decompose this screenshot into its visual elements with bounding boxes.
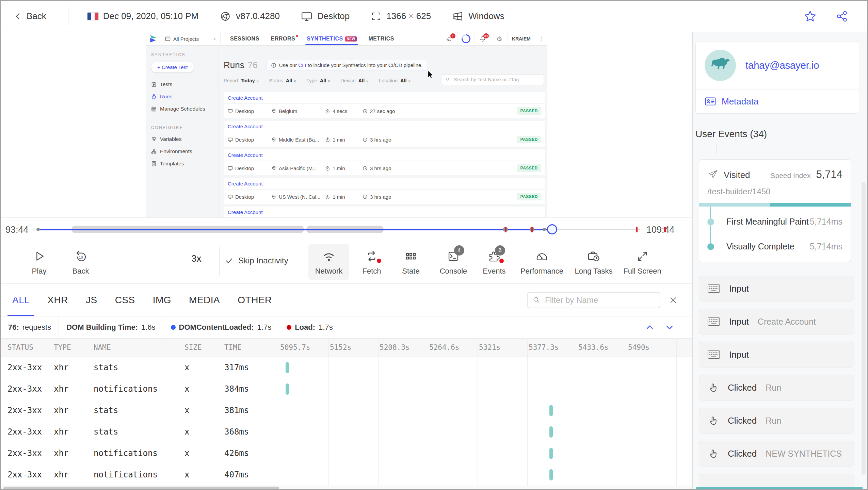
- scrollbar-thumb[interactable]: [3, 487, 279, 490]
- pin-icon: [271, 109, 276, 114]
- replayed-sidebar-item[interactable]: Tests: [151, 81, 219, 87]
- column-header[interactable]: STATUS: [7, 343, 33, 352]
- back-label: Back: [27, 11, 46, 21]
- network-tab[interactable]: ALL: [12, 284, 30, 316]
- network-request-row[interactable]: 2xx-3xxxhrstatsx381ms: [1, 400, 692, 421]
- visited-event-card[interactable]: Visited Speed Index 5,714 /test-builder/…: [699, 159, 851, 262]
- console-panel-button[interactable]: 4Console: [433, 244, 474, 280]
- network-filter-input[interactable]: [544, 295, 655, 305]
- state-panel-button[interactable]: State: [390, 244, 431, 280]
- performance-panel-button[interactable]: Performance: [521, 244, 562, 280]
- replayed-tab[interactable]: SYNTHETICSNEW: [307, 32, 357, 45]
- browser-version: v87.0.4280: [236, 11, 280, 21]
- network-tab[interactable]: CSS: [115, 284, 135, 316]
- kebab-menu-icon[interactable]: ⋮: [535, 32, 547, 45]
- replayed-sidebar-item[interactable]: Environments: [151, 148, 219, 154]
- run-card[interactable]: Create Account Desktop Canada (Centra...…: [224, 207, 545, 217]
- run-name-link[interactable]: Create Account: [224, 121, 545, 132]
- network-tab[interactable]: JS: [86, 284, 97, 316]
- notifications-button[interactable]: 33: [474, 32, 491, 45]
- network-tab[interactable]: MEDIA: [189, 284, 220, 316]
- announcements-button[interactable]: 1: [441, 32, 457, 45]
- column-header[interactable]: TYPE: [54, 343, 71, 352]
- run-name-link[interactable]: Create Account: [224, 178, 545, 190]
- full-screen-panel-button[interactable]: Full Screen: [622, 244, 663, 280]
- run-name-link[interactable]: Create Account: [224, 149, 545, 161]
- replayed-sidebar-item[interactable]: Manage Schedules: [151, 106, 219, 112]
- network-tab[interactable]: IMG: [153, 284, 171, 316]
- column-header[interactable]: NAME: [94, 343, 111, 352]
- runs-filter[interactable]: PeriodToday∨: [224, 78, 259, 83]
- event-marker[interactable]: [36, 228, 40, 231]
- network-request-row[interactable]: 2xx-3xxxhrnotificationsx426ms: [1, 443, 692, 464]
- user-event-card[interactable]: Input: [699, 276, 854, 301]
- network-request-row[interactable]: 2xx-3xxxhrstatsx317ms: [1, 357, 692, 378]
- user-event-card[interactable]: ClickedRun: [699, 408, 854, 434]
- share-icon[interactable]: [836, 10, 848, 22]
- issue-marker[interactable]: [531, 227, 533, 232]
- runs-filter[interactable]: DeviceAll∨: [340, 78, 369, 83]
- user-event-card[interactable]: ClickedNEW SYNTHETICS: [699, 441, 854, 467]
- close-panel-icon[interactable]: [669, 295, 678, 305]
- fetch-panel-button[interactable]: Fetch: [351, 244, 392, 280]
- run-card[interactable]: Create Account Desktop Belgium 4 secs 27…: [224, 92, 545, 118]
- replayed-sidebar-item[interactable]: Variables: [151, 136, 219, 142]
- replayed-tab[interactable]: METRICS: [368, 32, 394, 45]
- user-menu[interactable]: KRAIEM: [508, 32, 535, 45]
- back-button[interactable]: Back: [13, 11, 46, 21]
- run-name-link[interactable]: Create Account: [224, 92, 545, 104]
- project-selector[interactable]: All Projects ∨: [161, 32, 221, 45]
- column-header[interactable]: TIME: [224, 343, 242, 352]
- run-card[interactable]: Create Account Desktop Asia Pacific (M..…: [224, 149, 545, 175]
- issue-marker[interactable]: [664, 227, 666, 232]
- run-name-link[interactable]: Create Account: [224, 207, 545, 217]
- runs-filter[interactable]: StatusAll∨: [269, 78, 296, 83]
- user-event-card[interactable]: ClickedRun: [699, 375, 854, 401]
- runs-search-input[interactable]: [453, 77, 540, 83]
- network-tab[interactable]: XHR: [47, 284, 68, 316]
- monitor-small-icon: [228, 194, 233, 199]
- back-10s-button[interactable]: 10 Back: [60, 244, 101, 280]
- favorite-star-icon[interactable]: [804, 10, 816, 22]
- runs-filter[interactable]: LocationAll∨: [379, 78, 411, 83]
- user-event-card[interactable]: InputCreate Account: [699, 309, 854, 334]
- network-request-row[interactable]: 2xx-3xxxhrstatsx368ms: [1, 421, 692, 443]
- chevron-down-icon[interactable]: [664, 322, 675, 332]
- run-card[interactable]: Create Account Desktop Middle East (Ba..…: [224, 121, 545, 147]
- replayed-sidebar-item[interactable]: Runs: [151, 94, 219, 100]
- column-header[interactable]: SIZE: [184, 343, 202, 352]
- playback-timeline[interactable]: 93:44 109:44: [1, 217, 692, 241]
- user-event-card[interactable]: Input: [699, 342, 854, 368]
- replayed-sidebar-item[interactable]: Templates: [151, 161, 219, 167]
- run-card[interactable]: Create Account Desktop US West (N. Cal..…: [224, 178, 545, 204]
- cli-link[interactable]: CLI: [298, 62, 306, 68]
- create-test-button[interactable]: + Create Test: [151, 62, 194, 72]
- long-tasks-panel-button[interactable]: Long Tasks: [573, 244, 614, 280]
- skip-inactivity-toggle[interactable]: Skip Inactivity: [225, 256, 288, 265]
- replayed-tab[interactable]: ERRORS: [271, 32, 295, 45]
- network-request-row[interactable]: 2xx-3xxxhrnotificationsx407ms: [1, 464, 692, 486]
- cell-type: xhr: [54, 427, 68, 437]
- events-panel-button[interactable]: 6Events: [474, 244, 515, 280]
- network-panel-button[interactable]: Network: [308, 244, 349, 280]
- player-main: All Projects ∨ SESSIONSERRORSSYNTHETICSN…: [1, 32, 693, 489]
- settings-gear-icon[interactable]: ⚙: [491, 32, 508, 45]
- top-bar: Back Dec 09, 2020, 05:10 PM v87.0.4280 D…: [1, 1, 867, 32]
- user-email[interactable]: tahay@asayer.io: [745, 60, 819, 71]
- issue-marker[interactable]: [636, 227, 638, 232]
- event-marker[interactable]: [543, 228, 546, 231]
- events-icon: 6: [487, 249, 502, 264]
- metadata-button[interactable]: Metadata: [696, 89, 859, 113]
- network-request-row[interactable]: 2xx-3xxxhrnotificationsx384ms: [1, 378, 692, 400]
- replayed-tab[interactable]: SESSIONS: [230, 32, 259, 45]
- chevron-up-icon[interactable]: [645, 322, 655, 332]
- horizontal-scrollbar[interactable]: [1, 486, 692, 490]
- timeline-handle[interactable]: [547, 224, 557, 234]
- issue-marker[interactable]: [505, 227, 507, 232]
- network-filter[interactable]: [527, 292, 660, 308]
- play-button[interactable]: Play: [19, 244, 60, 280]
- vertical-scrollbar[interactable]: [862, 182, 866, 475]
- runs-search[interactable]: [442, 74, 544, 85]
- runs-filter[interactable]: TypeAll∨: [306, 78, 330, 83]
- network-tab[interactable]: OTHER: [238, 284, 272, 316]
